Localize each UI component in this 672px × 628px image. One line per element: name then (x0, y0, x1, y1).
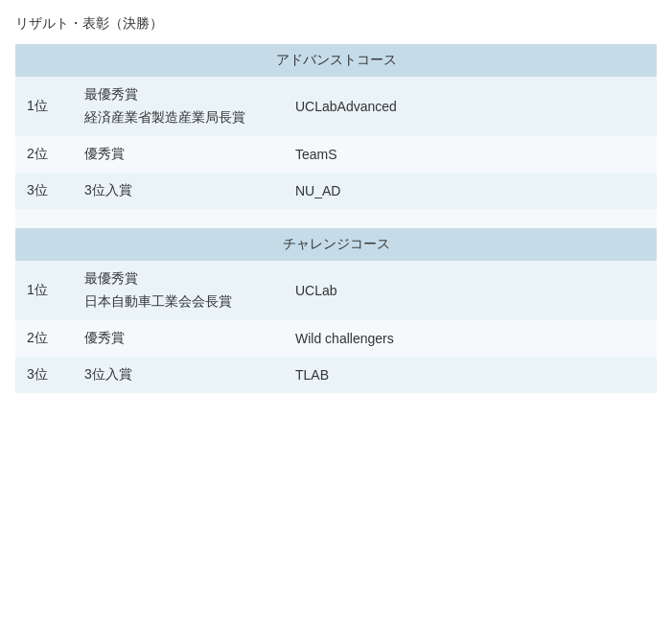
challenge-award-2: 優秀賞 (73, 320, 284, 357)
challenge-row-3: 3位 3位入賞 TLAB (15, 357, 657, 393)
challenge-award-1-main: 最優秀賞 (84, 270, 272, 288)
challenge-team-1: UCLab (284, 261, 657, 320)
advanced-award-2-main: 優秀賞 (84, 146, 272, 163)
challenge-row-2: 2位 優秀賞 Wild challengers (15, 320, 657, 357)
advanced-award-1: 最優秀賞 経済産業省製造産業局長賞 (73, 77, 284, 136)
advanced-rank-3: 3位 (15, 173, 73, 209)
advanced-award-3-main: 3位入賞 (84, 182, 272, 199)
advanced-rank-2: 2位 (15, 136, 73, 173)
results-table: アドバンストコース 1位 最優秀賞 経済産業省製造産業局長賞 UCLabAdva… (15, 44, 657, 393)
advanced-row-3: 3位 3位入賞 NU_AD (15, 173, 657, 209)
challenge-award-3-main: 3位入賞 (84, 366, 272, 384)
challenge-award-3: 3位入賞 (73, 357, 284, 393)
challenge-award-1: 最優秀賞 日本自動車工業会会長賞 (73, 261, 284, 320)
challenge-section-label: チャレンジコース (15, 228, 657, 261)
advanced-team-2: TeamS (284, 136, 657, 173)
challenge-rank-2: 2位 (15, 320, 73, 357)
spacer-row (15, 209, 657, 228)
advanced-row-1: 1位 最優秀賞 経済産業省製造産業局長賞 UCLabAdvanced (15, 77, 657, 136)
advanced-section-label: アドバンストコース (15, 44, 657, 77)
advanced-team-3: NU_AD (284, 173, 657, 209)
advanced-award-3: 3位入賞 (73, 173, 284, 209)
challenge-row-1: 1位 最優秀賞 日本自動車工業会会長賞 UCLab (15, 261, 657, 320)
advanced-award-2: 優秀賞 (73, 136, 284, 173)
advanced-rank-1: 1位 (15, 77, 73, 136)
advanced-team-1: UCLabAdvanced (284, 77, 657, 136)
advanced-section-header: アドバンストコース (15, 44, 657, 77)
challenge-rank-1: 1位 (15, 261, 73, 320)
advanced-award-1-main: 最優秀賞 (84, 86, 272, 104)
challenge-rank-3: 3位 (15, 357, 73, 393)
challenge-team-3: TLAB (284, 357, 657, 393)
page-title: リザルト・表彰（決勝） (15, 15, 657, 33)
challenge-team-2: Wild challengers (284, 320, 657, 357)
challenge-section-header: チャレンジコース (15, 228, 657, 261)
challenge-award-2-main: 優秀賞 (84, 330, 272, 347)
challenge-award-1-sub: 日本自動車工業会会長賞 (84, 293, 272, 311)
advanced-row-2: 2位 優秀賞 TeamS (15, 136, 657, 173)
advanced-award-1-sub: 経済産業省製造産業局長賞 (84, 109, 272, 127)
